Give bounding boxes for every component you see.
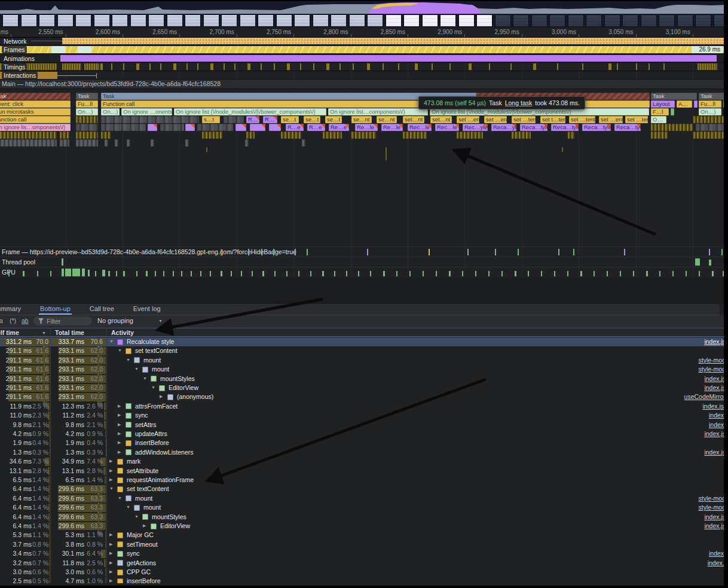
table-row[interactable]: 6.4 ms1.4 %299.6 ms63.3 %▼set textConten…	[0, 485, 728, 493]
filmstrip-thumbnail[interactable]	[294, 14, 310, 27]
table-row[interactable]: 6.4 ms1.4 %299.6 ms63.3 %▼mountStylesind…	[0, 513, 728, 522]
flame-segment[interactable]: On ignore lis…omponents\/)	[0, 124, 71, 131]
sort-arrow-icon[interactable]: ▼	[42, 331, 46, 335]
track-frame[interactable]: Frame — https://id-preview--bd53fd9d-728…	[0, 246, 728, 257]
timing-mark[interactable]	[489, 63, 490, 70]
timing-mark[interactable]	[557, 63, 558, 70]
flame-segment[interactable]: F…l	[651, 108, 669, 115]
disclosure-open-icon[interactable]: ▼	[143, 376, 147, 380]
source-link[interactable]: index.	[709, 550, 726, 557]
partially-presented-frames-bar[interactable]	[0, 46, 724, 53]
table-row[interactable]: 3.0 ms0.6 %3.0 ms0.6 %▶CPP GC	[0, 568, 728, 577]
timing-mark[interactable]	[663, 63, 665, 70]
flame-segment[interactable]	[76, 132, 98, 139]
disclosure-closed-icon[interactable]: ▶	[109, 468, 112, 473]
table-row[interactable]: 291.1 ms61.6 %293.1 ms62.0 %▼mountstyle-…	[0, 365, 728, 374]
filmstrip-thumbnail[interactable]	[659, 14, 675, 27]
flame-segment[interactable]	[185, 124, 195, 131]
flame-segment[interactable]	[568, 132, 575, 139]
timing-mark[interactable]	[149, 63, 151, 70]
flame-segment[interactable]	[235, 124, 246, 131]
timeline-overview[interactable]	[0, 1, 728, 28]
timing-mark[interactable]	[173, 63, 176, 70]
activity-name[interactable]: EditorView	[169, 384, 198, 391]
filmstrip-thumbnail[interactable]	[57, 14, 74, 27]
timing-mark[interactable]	[367, 63, 370, 70]
flame-segment[interactable]	[651, 132, 668, 139]
filmstrip-thumbnail[interactable]	[531, 14, 547, 27]
filmstrip-thumbnail[interactable]	[677, 14, 693, 27]
activity-name[interactable]: Recalculate style	[127, 338, 174, 345]
filmstrip-thumbnail[interactable]	[258, 14, 274, 27]
flame-segment[interactable]: Reca…tyle	[582, 124, 611, 131]
timeline-ruler[interactable]: ms2,550 ms2,600 ms2,650 ms2,700 ms2,750 …	[0, 28, 728, 38]
main-flame-chart[interactable]: TaskTaskTaskTaskTaskEvent: clickFu…llFun…	[0, 89, 728, 245]
timing-mark[interactable]	[274, 63, 275, 70]
flame-segment[interactable]	[651, 124, 693, 131]
activity-name[interactable]: setAttrs	[135, 421, 157, 428]
timing-mark[interactable]	[287, 63, 290, 70]
source-link[interactable]: index.js	[704, 375, 726, 382]
idle-frame-segment[interactable]	[78, 46, 91, 53]
table-row[interactable]: 34.6 ms7.3 %34.9 ms7.4 %▶mark	[0, 457, 728, 466]
flame-segment[interactable]: set …ent	[599, 116, 623, 123]
disclosure-closed-icon[interactable]: ▶	[109, 569, 112, 574]
filmstrip-thumbnail[interactable]	[313, 14, 329, 27]
filmstrip-thumbnail[interactable]	[622, 14, 638, 27]
flame-segment[interactable]	[693, 132, 726, 139]
timing-mark[interactable]	[111, 63, 112, 70]
activity-name[interactable]: mark	[127, 458, 140, 465]
table-row[interactable]: 2.5 ms0.5 %4.7 ms1.0 %▶insertBefore	[0, 577, 728, 583]
disclosure-closed-icon[interactable]: ▶	[118, 413, 121, 418]
network-requests-bar[interactable]	[62, 38, 724, 44]
timing-mark[interactable]	[617, 63, 618, 70]
flame-segment[interactable]	[696, 124, 724, 131]
source-link[interactable]: index.js	[704, 522, 726, 529]
table-row[interactable]: 331.2 ms70.0 %333.7 ms70.6 %▼Recalculate…	[0, 337, 728, 346]
disclosure-open-icon[interactable]: ▼	[118, 348, 122, 352]
flame-segment[interactable]: set …tent	[625, 116, 648, 123]
filmstrip-thumbnail[interactable]	[39, 14, 55, 27]
table-row[interactable]: 3.4 ms0.7 %30.1 ms6.4 %▶syncindex.	[0, 549, 728, 558]
frame-event-tick[interactable]	[429, 249, 430, 255]
activity-name[interactable]: getActions	[127, 559, 156, 566]
timing-mark[interactable]	[313, 63, 314, 70]
flame-segment[interactable]: Rec…yle	[463, 124, 488, 131]
flame-segment[interactable]	[323, 132, 342, 139]
filmstrip-thumbnail[interactable]	[221, 14, 237, 27]
frame-event-tick[interactable]	[467, 249, 469, 255]
disclosure-closed-icon[interactable]: ▶	[118, 404, 121, 409]
filmstrip-thumbnail[interactable]	[586, 14, 602, 27]
flame-segment[interactable]	[302, 139, 305, 147]
timing-mark[interactable]	[210, 63, 213, 70]
source-link[interactable]: index.	[709, 412, 726, 419]
track-thread-pool[interactable]: Thread pool	[0, 257, 728, 267]
filter-input[interactable]: Filter	[33, 316, 92, 325]
source-link[interactable]: style-mod	[698, 357, 726, 364]
disclosure-open-icon[interactable]: ▼	[151, 385, 155, 389]
activity-name[interactable]: sync	[135, 412, 148, 419]
table-row[interactable]: 3.2 ms0.7 %11.8 ms2.5 %▶getActionsindex.…	[0, 559, 728, 568]
timing-mark[interactable]	[136, 63, 139, 70]
flame-segment[interactable]: Event: click	[0, 100, 71, 108]
timing-mark[interactable]	[415, 63, 418, 70]
track-gpu[interactable]: GPU	[0, 267, 728, 278]
flame-segment[interactable]: Function call	[0, 116, 71, 123]
disclosure-closed-icon[interactable]: ▶	[109, 560, 112, 565]
filmstrip-thumbnail[interactable]	[276, 14, 292, 27]
source-link[interactable]: index.j	[708, 559, 726, 566]
flame-segment[interactable]: Reca…yle	[491, 124, 516, 131]
filmstrip-thumbnail[interactable]	[167, 14, 183, 27]
activity-name[interactable]: insertBefore	[127, 577, 161, 583]
flame-segment[interactable]: Re…le	[381, 124, 403, 131]
frame-event-tick[interactable]	[495, 249, 496, 255]
activity-name[interactable]: Major GC	[127, 531, 154, 538]
source-link[interactable]: index.	[709, 421, 726, 428]
frame-duration-chip[interactable]: 26.9 ms	[692, 46, 723, 53]
flame-segment[interactable]	[148, 124, 157, 131]
tooltip-longtask-link[interactable]: Long task	[505, 99, 533, 106]
flame-segment[interactable]: Task	[76, 93, 98, 100]
track-frames[interactable]: Frames 26.9 ms	[0, 45, 728, 54]
filmstrip-thumbnail[interactable]	[148, 14, 164, 27]
flame-segment[interactable]: Rec…le	[435, 124, 459, 131]
